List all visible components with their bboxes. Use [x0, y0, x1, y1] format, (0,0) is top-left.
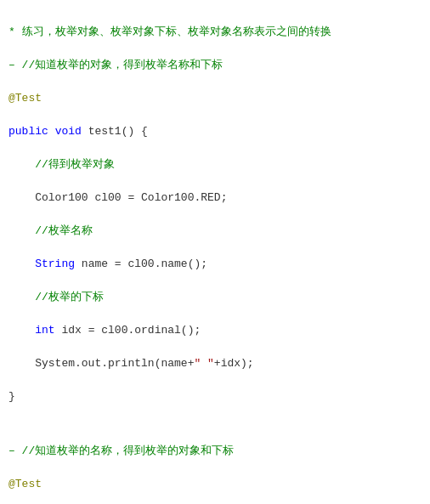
section1-line3: //枚举名称 [8, 224, 93, 237]
section1-annotation: @Test [8, 92, 42, 105]
section1-intro: – //知道枚举的对象，得到枚举名称和下标 [8, 59, 223, 71]
section-test2: – //知道枚举的名称，得到枚举的对象和下标 @Test public void… [8, 410, 422, 504]
header-star-line: * 练习，枚举对象、枚举对象下标、枚举对象名称表示之间的转换 [8, 25, 331, 38]
section1-signature: public void test1() { [8, 125, 148, 138]
section1-line1: //得到枚举对象 [8, 158, 115, 171]
section1-line4: String name = cl00.name(); [8, 258, 207, 270]
code-container: * 练习，枚举对象、枚举对象下标、枚举对象名称表示之间的转换 [8, 7, 422, 40]
section-test1: – //知道枚举的对象，得到枚举名称和下标 @Test public void … [8, 40, 422, 405]
section2-intro: – //知道枚举的名称，得到枚举的对象和下标 [8, 445, 234, 457]
section1-line5: //枚举的下标 [8, 291, 104, 303]
section1-close: } [8, 390, 15, 403]
section1-line7: System.out.println(name+" "+idx); [8, 357, 254, 370]
section1-line6: int idx = cl00.ordinal(); [8, 324, 201, 337]
section2-annotation: @Test [8, 478, 42, 490]
section1-line2: Color100 cl00 = Color100.RED; [8, 191, 227, 204]
